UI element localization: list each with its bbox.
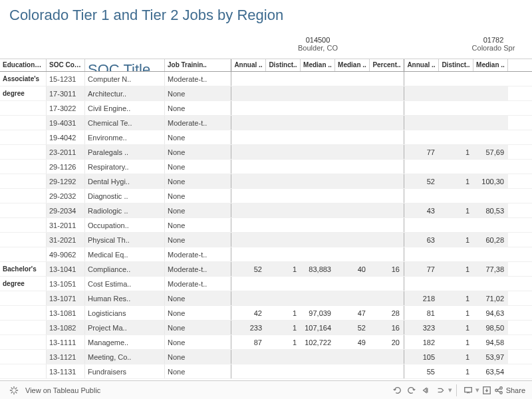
replay-icon[interactable] (419, 383, 434, 398)
table-row[interactable]: 31-2011Occupation..None (0, 218, 532, 233)
education-cell (0, 218, 47, 232)
data-cell (335, 174, 370, 188)
tableau-logo-icon[interactable] (7, 383, 21, 398)
table-row[interactable]: 29-2032Diagnostic ..None (0, 189, 532, 203)
soc-title-cell: Diagnostic .. (85, 189, 165, 203)
data-cell (266, 160, 301, 174)
table-row[interactable]: 29-2034Radiologic ..None43180,53 (0, 203, 532, 218)
data-cell: 1 (266, 321, 301, 334)
data-cell: 1 (439, 321, 473, 334)
soc-code-cell: 13-1121 (47, 350, 85, 364)
soc-code-cell: 19-4042 (47, 130, 85, 144)
redo-icon[interactable] (404, 383, 419, 398)
table-row[interactable]: 13-1131FundraisersNone55163,54 (0, 364, 532, 379)
data-cell (301, 101, 335, 115)
header-data-col[interactable]: Percent.. (370, 59, 404, 71)
soc-code-cell: 13-1081 (47, 306, 85, 320)
soc-code-cell: 29-1292 (47, 174, 85, 188)
table-row[interactable]: 31-2021Physical Th..None63160,28 (0, 233, 532, 247)
data-cell: 43 (404, 203, 439, 217)
soc-title-cell: Physical Th.. (85, 233, 165, 247)
data-cell (301, 174, 335, 188)
soc-title-cell: Medical Eq.. (85, 247, 165, 261)
undo-icon[interactable] (390, 383, 404, 398)
table-row[interactable]: 19-4031Chemical Te..Moderate-t.. (0, 116, 532, 130)
education-cell (0, 306, 47, 320)
header-data-col[interactable]: Median .. (473, 59, 508, 71)
table-row[interactable]: 29-1126Respiratory..None (0, 160, 532, 174)
data-cell: 94,63 (473, 306, 508, 320)
data-cell (404, 247, 439, 261)
table-row[interactable]: 19-4042Environme..None (0, 130, 532, 145)
training-cell: None (165, 160, 231, 174)
soc-title-cell: Cost Estima.. (85, 277, 165, 291)
header-education[interactable]: Education V.. (0, 59, 47, 71)
table-row[interactable]: Associate's15-1231Computer N..Moderate-t… (0, 72, 532, 86)
table-row[interactable]: degree17-3011Architectur..None (0, 86, 532, 101)
table-row[interactable]: 13-1121Meeting, Co..None105153,97 (0, 350, 532, 364)
header-soc-title[interactable]: SOC Title (85, 59, 165, 71)
header-data-col[interactable]: Annual .. (231, 59, 266, 71)
tableau-link[interactable]: View on Tableau Public (25, 386, 100, 394)
data-cell (370, 145, 404, 159)
training-cell: Moderate-t.. (165, 247, 231, 261)
soc-code-cell: 29-1126 (47, 160, 85, 174)
data-cell (439, 218, 473, 232)
header-soc-code[interactable]: SOC Code (47, 59, 85, 71)
data-cell (335, 364, 370, 378)
data-cell: 1 (439, 306, 473, 320)
table-row[interactable]: 13-1111Manageme..None871102,722492018219… (0, 335, 532, 350)
data-cell (301, 233, 335, 247)
data-cell (335, 101, 370, 115)
table-row[interactable]: 49-9062Medical Eq..Moderate-t.. (0, 247, 532, 262)
training-cell: None (165, 218, 231, 232)
data-cell: 83,883 (301, 262, 335, 276)
header-data-col[interactable]: Annual .. (404, 59, 439, 71)
data-cell: 1 (439, 203, 473, 217)
table-row[interactable]: 13-1081LogisticiansNone42197,03947288119… (0, 306, 532, 321)
header-data-col[interactable]: Median .. (301, 59, 335, 71)
data-cell: 49 (335, 335, 370, 349)
soc-code-cell: 13-1051 (47, 277, 85, 291)
share-button[interactable]: Share (494, 386, 525, 395)
training-cell: None (165, 306, 231, 320)
table-row[interactable]: degree13-1051Cost Estima..Moderate-t.. (0, 277, 532, 291)
data-cell (266, 174, 301, 188)
table-row[interactable]: 13-1082Project Ma..None2331107,164521632… (0, 321, 532, 335)
education-cell (0, 189, 47, 203)
data-cell (266, 189, 301, 203)
soc-title-cell: Environme.. (85, 130, 165, 144)
data-cell (231, 145, 266, 159)
present-icon[interactable] (461, 383, 475, 398)
data-cell (301, 189, 335, 203)
table-row[interactable]: 29-1292Dental Hygi..None521100,30 (0, 174, 532, 189)
header-data-col[interactable]: Median .. (335, 59, 370, 71)
training-cell: None (165, 291, 231, 305)
education-cell (0, 174, 47, 188)
table-row[interactable]: Bachelor's13-1041Compliance..Moderate-t.… (0, 262, 532, 277)
data-cell: 1 (439, 145, 473, 159)
data-cell (404, 189, 439, 203)
table-row[interactable]: 13-1071Human Res..None218171,02 (0, 291, 532, 306)
data-cell (335, 233, 370, 247)
header-data-col[interactable]: Distinct.. (439, 59, 473, 71)
data-cell (370, 291, 404, 305)
soc-code-cell: 17-3022 (47, 101, 85, 115)
data-cell: 1 (439, 350, 473, 364)
table-row[interactable]: 17-3022Civil Engine..None (0, 101, 532, 116)
header-data-col[interactable]: Distinct.. (266, 59, 301, 71)
soc-title-cell: Dental Hygi.. (85, 174, 165, 188)
data-cell (473, 189, 508, 203)
data-cell (231, 130, 266, 144)
data-cell: 1 (439, 291, 473, 305)
data-cell (266, 277, 301, 291)
pause-icon[interactable] (434, 383, 448, 398)
data-grid: Associate's15-1231Computer N..Moderate-t… (0, 72, 532, 380)
data-cell (335, 218, 370, 232)
download-icon[interactable] (479, 383, 494, 398)
table-row[interactable]: 23-2011Paralegals ..None77157,69 (0, 145, 532, 160)
data-cell: 1 (266, 262, 301, 276)
data-cell (231, 233, 266, 247)
data-cell (335, 277, 370, 291)
header-training[interactable]: Job Trainin.. (165, 59, 231, 71)
